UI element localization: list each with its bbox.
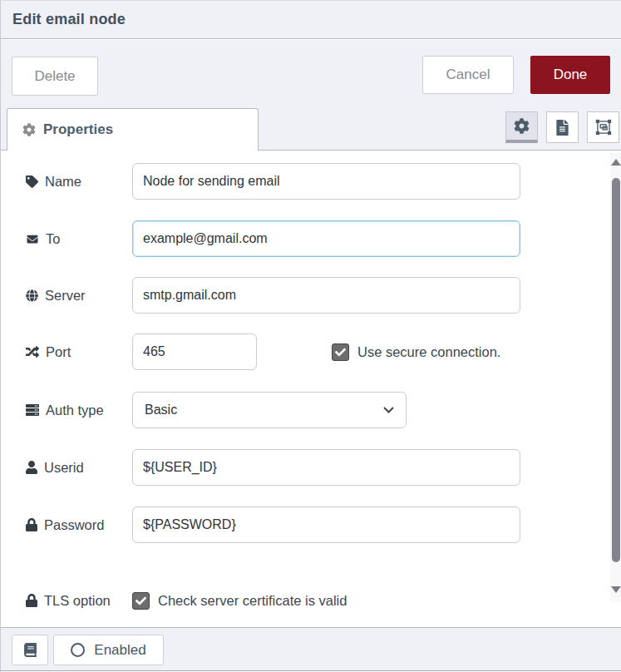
delete-button[interactable]: Delete [12,57,98,96]
userid-input[interactable] [132,449,520,486]
name-input[interactable] [132,163,520,200]
name-row: Name [1,163,621,200]
port-row: Port Use secure connection. [1,334,621,370]
auth-type-row: Auth type Basic [1,392,621,428]
auth-type-select[interactable]: Basic [132,392,407,428]
auth-type-selected-value: Basic [145,403,177,418]
check-icon [335,347,346,358]
port-label: Port [1,344,132,360]
form-scrollbar[interactable] [610,153,621,602]
to-input[interactable] [132,220,520,257]
tls-option-label: TLS option [1,593,132,609]
secure-connection-checkbox[interactable] [332,343,349,361]
enabled-label: Enabled [94,642,145,659]
tab-properties-label: Properties [43,121,113,138]
tls-verify-label: Check server certificate is valid [158,593,347,609]
userid-label: Userid [1,460,132,476]
appearance-panel-button[interactable] [587,111,619,143]
password-row: Password [1,506,621,543]
book-icon [24,643,37,657]
secure-connection-label: Use secure connection. [357,344,500,360]
chevron-down-icon [383,407,394,413]
server-label: Server [1,288,132,304]
scrollbar-thumb[interactable] [612,178,620,562]
dialog-footer: Enabled [1,627,621,671]
name-label: Name [1,174,132,190]
globe-icon [26,289,38,302]
tab-properties[interactable]: Properties [7,108,259,151]
properties-form: Name To Server [1,151,621,612]
userid-row: Userid [1,449,621,486]
triangle-down-icon[interactable] [611,586,621,593]
cancel-button[interactable]: Cancel [422,56,514,94]
lock-icon [26,518,37,531]
node-appearance-icon [595,119,612,136]
docs-button[interactable] [12,635,48,665]
port-input[interactable] [132,334,257,370]
properties-panel-button[interactable] [505,111,538,143]
password-label: Password [1,517,132,533]
tls-option-row: TLS option Check server certificate is v… [1,582,621,612]
edit-email-node-dialog: Edit email node Delete Cancel Done Prope… [0,0,621,672]
server-row: Server [1,277,621,314]
gear-icon [22,123,36,136]
description-panel-button[interactable] [546,111,579,143]
dialog-toolbar: Delete Cancel Done Properties [1,40,621,151]
lock-icon [26,594,37,607]
to-label: To [1,231,132,247]
server-input[interactable] [132,277,520,314]
shuffle-icon [26,345,39,358]
server-stack-icon [26,403,39,417]
check-icon [136,595,146,606]
dialog-header: Edit email node [1,1,621,39]
done-button[interactable]: Done [530,56,610,94]
to-row: To [1,220,621,257]
file-text-icon [556,120,569,136]
envelope-icon [26,234,39,245]
gear-icon [514,118,530,134]
auth-type-label: Auth type [1,403,132,418]
enabled-toggle-button[interactable]: Enabled [53,635,164,665]
tag-icon [26,175,38,188]
circle-outline-icon [71,643,85,657]
user-icon [26,461,37,474]
password-input[interactable] [132,506,520,543]
secure-connection-group: Use secure connection. [332,343,500,361]
dialog-title: Edit email node [12,11,126,28]
tls-verify-checkbox[interactable] [132,592,150,610]
triangle-up-icon[interactable] [611,159,621,166]
